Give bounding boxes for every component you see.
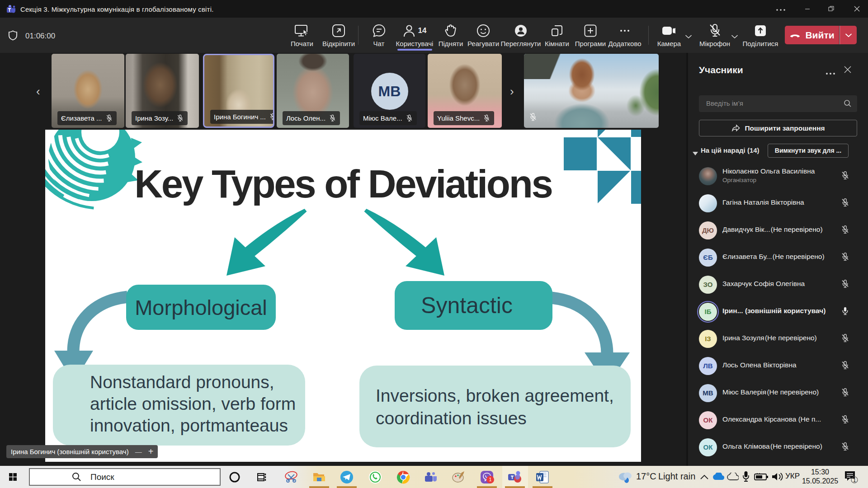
svg-text:1: 1 [853,477,856,483]
